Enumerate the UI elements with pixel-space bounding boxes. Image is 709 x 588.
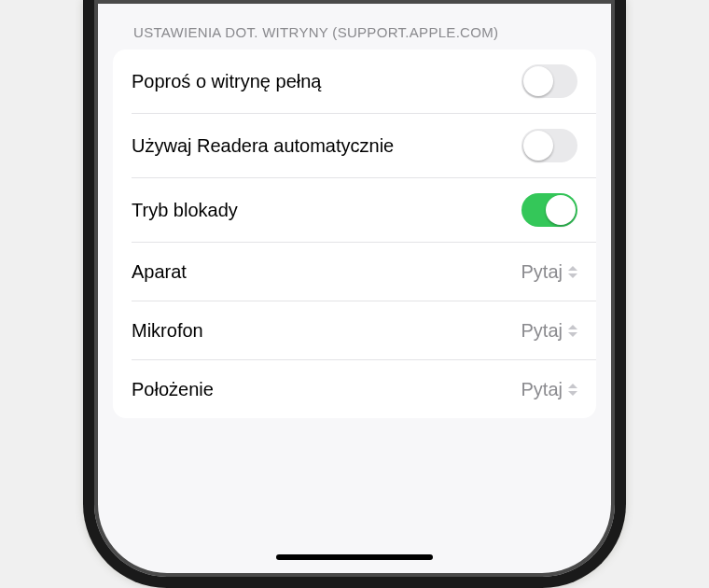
row-camera: Aparat Pytaj	[113, 243, 596, 301]
phone-frame: USTAWIENIA DOT. WITRYNY (SUPPORT.APPLE.C…	[83, 0, 626, 588]
select-location[interactable]: Pytaj	[521, 379, 577, 400]
row-label-lockdown: Tryb blokady	[132, 200, 238, 221]
updown-icon	[568, 384, 577, 396]
toggle-request-desktop[interactable]	[521, 64, 577, 98]
home-indicator	[276, 554, 433, 560]
row-request-desktop: Poproś o witrynę pełną	[113, 49, 596, 113]
row-location: Położenie Pytaj	[113, 360, 596, 418]
updown-icon	[568, 266, 577, 278]
toggle-knob	[523, 66, 553, 96]
toggle-knob	[523, 131, 553, 161]
row-label-reader: Używaj Readera automatycznie	[132, 135, 394, 157]
toggle-lockdown[interactable]	[521, 193, 577, 227]
row-reader: Używaj Readera automatycznie	[113, 114, 596, 177]
updown-icon	[568, 325, 577, 337]
row-lockdown: Tryb blokady	[113, 178, 596, 242]
row-label-desktop: Poproś o witrynę pełną	[132, 71, 321, 92]
toggle-reader[interactable]	[521, 129, 577, 162]
select-location-value: Pytaj	[521, 379, 563, 400]
select-camera[interactable]: Pytaj	[521, 261, 577, 283]
toggle-knob	[546, 195, 576, 225]
section-header: USTAWIENIA DOT. WITRYNY (SUPPORT.APPLE.C…	[111, 0, 598, 49]
website-settings-list: Poproś o witrynę pełną Używaj Readera au…	[113, 49, 596, 418]
select-microphone[interactable]: Pytaj	[521, 320, 577, 342]
row-label-location: Położenie	[132, 379, 214, 400]
row-microphone: Mikrofon Pytaj	[113, 301, 596, 359]
row-label-camera: Aparat	[132, 261, 187, 283]
row-label-microphone: Mikrofon	[132, 320, 203, 342]
select-camera-value: Pytaj	[521, 261, 563, 283]
select-microphone-value: Pytaj	[521, 320, 563, 342]
